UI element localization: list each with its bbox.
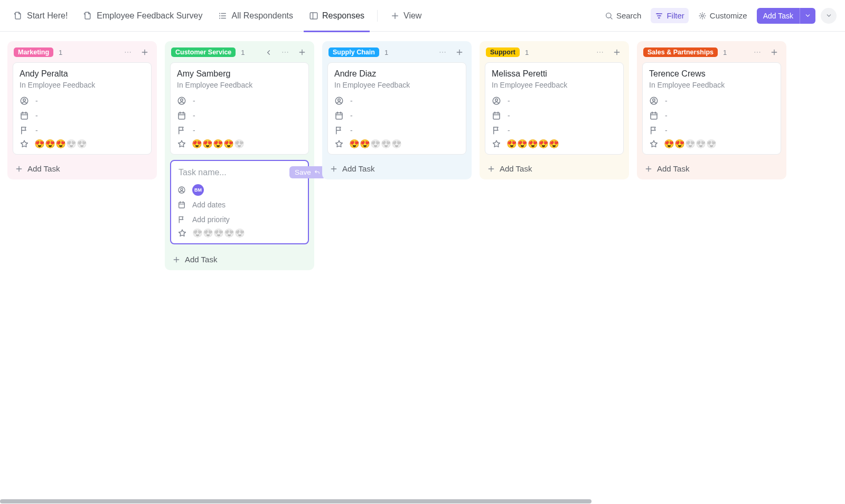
date-row[interactable]: -: [492, 108, 617, 123]
add-task-row[interactable]: Add Task: [7, 160, 157, 179]
user-icon: [177, 96, 186, 106]
priority-row[interactable]: -: [334, 123, 459, 138]
add-dates-label: Add dates: [192, 201, 226, 209]
calendar-icon: [334, 111, 344, 120]
user-icon: [492, 96, 501, 106]
column-tag[interactable]: Support: [486, 47, 520, 57]
add-task-label: Add Task: [500, 164, 532, 173]
assignee-avatar[interactable]: BM: [192, 184, 204, 196]
horizontal-scrollbar[interactable]: [0, 498, 845, 504]
priority-row[interactable]: -: [492, 123, 617, 138]
date-value: -: [193, 111, 195, 120]
column-add[interactable]: [296, 46, 308, 58]
column-header: Support 1: [480, 41, 629, 62]
plus-icon: [172, 255, 181, 264]
plus-icon: [390, 11, 400, 21]
rating-emojis: 😍😍😍😍😍: [192, 228, 245, 238]
add-task-row[interactable]: Add Task: [480, 160, 629, 179]
star-icon: [492, 139, 501, 149]
customize-button[interactable]: Customize: [694, 8, 752, 23]
column-count: 1: [59, 49, 62, 56]
column-support: Support 1 Melissa Peretti In Employee Fe…: [480, 41, 629, 179]
assignee-row[interactable]: -: [492, 93, 617, 108]
nav-label: Responses: [322, 11, 364, 21]
priority-value: -: [193, 126, 195, 135]
filter-label: Filter: [666, 11, 684, 20]
save-button[interactable]: Save: [289, 166, 326, 178]
filter-button[interactable]: Filter: [651, 8, 688, 23]
add-task-button[interactable]: Add Task: [757, 8, 815, 24]
priority-row[interactable]: -: [20, 123, 145, 138]
more-menu-button[interactable]: [821, 8, 837, 24]
calendar-icon: [177, 111, 186, 120]
column-menu[interactable]: [279, 46, 291, 58]
nav-add-view[interactable]: View: [385, 0, 427, 32]
nav-all-respondents[interactable]: All Respondents: [213, 0, 298, 32]
date-row[interactable]: -: [177, 108, 302, 123]
nav-separator: [377, 10, 378, 22]
column-menu[interactable]: [122, 46, 134, 58]
rating-row: 😍😍😍😍😍: [649, 139, 774, 149]
task-card[interactable]: Andre Diaz In Employee Feedback - - - 😍😍…: [327, 62, 466, 155]
card-subtitle: In Employee Feedback: [334, 81, 459, 89]
rating-input[interactable]: 😍😍😍😍😍: [177, 228, 302, 238]
column-tag[interactable]: Sales & Partnerships: [643, 47, 718, 57]
priority-row[interactable]: -: [649, 123, 774, 138]
search-button[interactable]: Search: [600, 8, 646, 23]
column-collapse[interactable]: [262, 46, 274, 58]
column-tag[interactable]: Supply Chain: [328, 47, 379, 57]
column-sales: Sales & Partnerships 1 Terence Crews In …: [637, 41, 786, 179]
task-card[interactable]: Terence Crews In Employee Feedback - - -…: [642, 62, 781, 155]
plus-icon: [644, 165, 653, 173]
column-add[interactable]: [768, 46, 780, 58]
add-task-row[interactable]: Add Task: [165, 251, 314, 270]
nav-survey[interactable]: Employee Feedback Survey: [78, 0, 208, 32]
rating-row: 😍😍😍😍😍: [20, 139, 145, 149]
topbar: Start Here! Employee Feedback Survey All…: [0, 0, 845, 32]
task-card[interactable]: Andy Peralta In Employee Feedback - - - …: [13, 62, 152, 155]
user-icon: [177, 186, 186, 194]
customize-label: Customize: [710, 11, 747, 20]
column-header: Supply Chain 1: [322, 41, 472, 62]
date-row[interactable]: -: [20, 108, 145, 123]
assignee-row[interactable]: -: [334, 93, 459, 108]
rating-emojis: 😍😍😍😍😍: [34, 139, 87, 149]
nav-label: Employee Feedback Survey: [97, 11, 202, 21]
priority-row[interactable]: -: [177, 123, 302, 138]
star-icon: [334, 139, 344, 149]
add-task-row[interactable]: Add Task: [637, 160, 786, 179]
assignee-row[interactable]: -: [177, 93, 302, 108]
column-add[interactable]: [454, 46, 465, 58]
nav-start-here[interactable]: Start Here!: [8, 0, 73, 32]
assignee-row[interactable]: -: [20, 93, 145, 108]
date-row[interactable]: -: [649, 108, 774, 123]
task-card[interactable]: Melissa Peretti In Employee Feedback - -…: [485, 62, 624, 155]
save-label: Save: [295, 168, 311, 176]
card-subtitle: In Employee Feedback: [492, 81, 617, 89]
date-row[interactable]: -: [334, 108, 459, 123]
assignee-row[interactable]: -: [649, 93, 774, 108]
scrollbar-thumb[interactable]: [0, 499, 592, 503]
plus-icon: [487, 165, 495, 173]
column-add[interactable]: [611, 46, 623, 58]
column-menu[interactable]: [437, 46, 448, 58]
column-tag[interactable]: Customer Service: [171, 47, 236, 57]
user-icon: [649, 96, 659, 106]
task-card[interactable]: Amy Samberg In Employee Feedback - - - 😍…: [170, 62, 309, 155]
column-menu[interactable]: [594, 46, 606, 58]
priority-value: -: [665, 126, 668, 135]
new-task-input[interactable]: [177, 167, 285, 178]
add-priority-row[interactable]: Add priority: [177, 212, 302, 227]
card-title: Andre Diaz: [334, 69, 459, 79]
add-dates-row[interactable]: Add dates: [177, 197, 302, 212]
column-menu[interactable]: [752, 46, 763, 58]
column-tag[interactable]: Marketing: [14, 47, 53, 57]
column-marketing: Marketing 1 Andy Peralta In Employee Fee…: [7, 41, 157, 179]
add-task-row[interactable]: Add Task: [322, 160, 472, 179]
star-icon: [649, 139, 659, 149]
nav-responses[interactable]: Responses: [304, 0, 370, 32]
add-task-dropdown[interactable]: [800, 8, 815, 24]
column-customer: Customer Service 1 Amy Samberg In Employ…: [165, 41, 314, 270]
column-add[interactable]: [139, 46, 151, 58]
new-task-card: Save BM Add dates Add priority 😍😍😍😍😍: [170, 160, 309, 244]
